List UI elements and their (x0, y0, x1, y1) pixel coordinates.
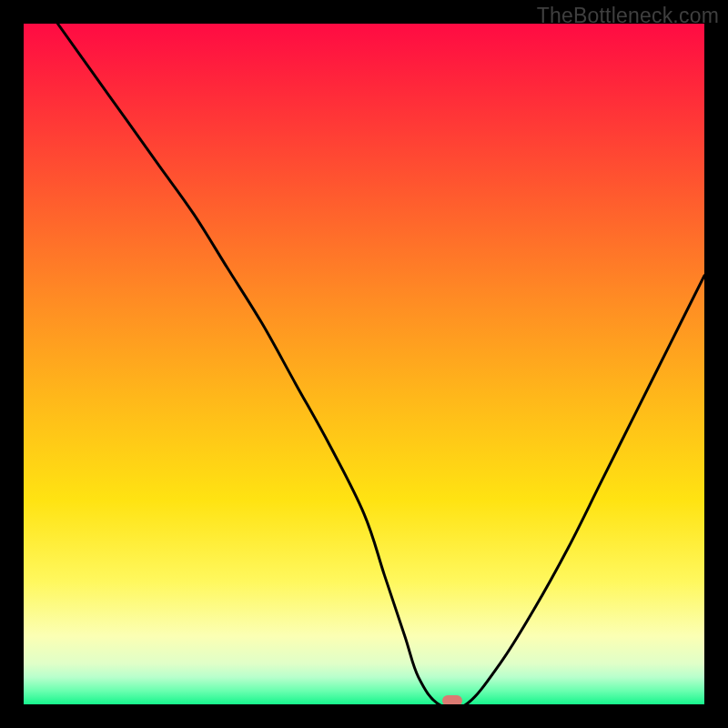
chart-frame: TheBottleneck.com (0, 0, 728, 728)
curve-svg (24, 24, 704, 704)
bottleneck-curve (57, 24, 704, 704)
optimal-marker (442, 695, 462, 704)
plot-area (24, 24, 704, 704)
